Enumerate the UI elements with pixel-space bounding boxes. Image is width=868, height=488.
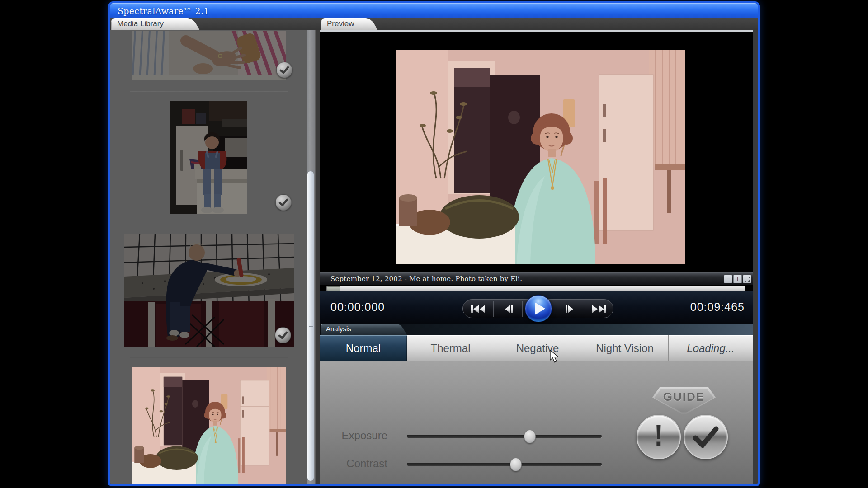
mode-button-negative[interactable]: Negative [494, 335, 581, 361]
thumbnail-divider [130, 357, 288, 358]
tab-preview[interactable]: Preview [321, 18, 376, 30]
contrast-track[interactable] [407, 463, 602, 466]
skip-to-start-button[interactable] [463, 300, 493, 319]
skip-to-end-button[interactable] [584, 300, 614, 319]
media-library-scrollbar[interactable] [307, 30, 315, 484]
elapsed-time: 00:00:000 [330, 300, 385, 314]
app-title: SpectralAware™ 2.1 [118, 6, 209, 16]
thumbnail-boy-on-counter[interactable] [170, 101, 247, 214]
thumbnail-divider [130, 91, 288, 92]
mode-button-night-vision[interactable]: Night Vision [581, 335, 669, 361]
mode-button-normal[interactable]: Normal [320, 335, 407, 361]
checkmark-badge[interactable] [275, 194, 292, 211]
exclamation-icon: ! [654, 421, 663, 453]
guide-button-face: GUIDE [654, 389, 714, 413]
photo-caption: September 12, 2002 - Me at home. Photo t… [330, 275, 522, 283]
checkmark-badge[interactable] [275, 327, 291, 343]
scrollbar-grip-icon [309, 324, 313, 328]
preview-photo[interactable] [396, 50, 685, 264]
caption-bar: September 12, 2002 - Me at home. Photo t… [320, 272, 753, 285]
total-time: 00:09:465 [690, 300, 745, 314]
contrast-label: Contrast [320, 457, 387, 470]
tab-analysis[interactable]: Analysis [321, 324, 406, 335]
preview-tab-label: Preview [327, 19, 354, 28]
analysis-section: Analysis Normal Thermal Negative Night V… [320, 324, 753, 484]
alert-button[interactable]: ! [637, 415, 681, 459]
mode-button-thermal[interactable]: Thermal [407, 335, 494, 361]
analysis-controls-panel: Exposure Contrast Noise GUIDE [320, 361, 753, 484]
mode-button-loading: Loading... [669, 335, 753, 361]
step-back-button[interactable] [493, 300, 524, 319]
play-icon [534, 302, 546, 315]
seek-bar[interactable] [326, 286, 745, 291]
scrollbar-thumb[interactable] [307, 171, 314, 481]
exposure-track[interactable] [407, 435, 602, 438]
play-button[interactable] [525, 295, 552, 322]
media-library-panel [110, 30, 316, 484]
seek-thumb[interactable] [327, 286, 340, 291]
tab-media-library[interactable]: Media Library [111, 18, 198, 30]
exposure-slider: Exposure [320, 429, 618, 443]
preview-panel: September 12, 2002 - Me at home. Photo t… [320, 30, 753, 324]
contrast-thumb[interactable] [510, 458, 522, 471]
step-back-icon [503, 304, 514, 314]
checkmark-badge[interactable] [276, 62, 292, 78]
exposure-label: Exposure [320, 429, 387, 442]
title-bar[interactable]: SpectralAware™ 2.1 [110, 3, 758, 18]
contrast-slider: Contrast [320, 457, 618, 471]
fullscreen-icon [745, 277, 750, 282]
transport-bar: 00:00:000 00:09:465 [320, 291, 753, 324]
skip-to-start-icon [471, 304, 486, 314]
exposure-thumb[interactable] [524, 430, 536, 443]
analysis-mode-row: Normal Thermal Negative Night Vision Loa… [320, 335, 753, 361]
fullscreen-button[interactable] [743, 275, 751, 283]
guide-button[interactable]: GUIDE [652, 387, 716, 415]
analysis-tab-label: Analysis [326, 325, 351, 333]
confirm-button[interactable] [684, 415, 728, 459]
thumbnail-divider [130, 225, 288, 225]
skip-to-end-icon [591, 304, 607, 314]
transport-controls [462, 299, 613, 318]
step-forward-button[interactable] [554, 300, 585, 319]
thumbnail-toddler-at-sink[interactable] [124, 234, 294, 347]
app-window: SpectralAware™ 2.1 Media Library Preview [110, 3, 758, 484]
zoom-out-button[interactable]: − [724, 275, 732, 283]
tab-strip [110, 18, 758, 30]
thumbnail-hands-on-bed[interactable] [132, 31, 286, 80]
media-library-tab-label: Media Library [117, 19, 164, 28]
zoom-in-button[interactable]: + [733, 275, 742, 283]
step-forward-icon [564, 304, 575, 314]
thumbnail-woman-in-kitchen[interactable] [132, 367, 286, 484]
checkmark-icon [693, 426, 719, 448]
guide-label: GUIDE [663, 390, 705, 413]
